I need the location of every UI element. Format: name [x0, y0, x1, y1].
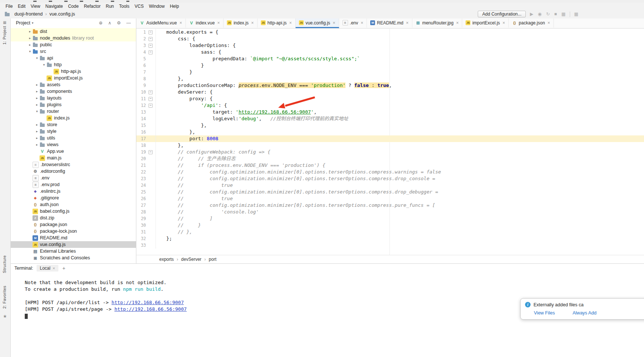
chevron-down-icon[interactable]: ▾	[41, 63, 47, 67]
code-line-17[interactable]: 17 port: 8008	[136, 135, 644, 142]
tool-button-project[interactable]: 1: Project	[2, 26, 7, 44]
tree-item-style[interactable]: ▸style	[11, 128, 136, 135]
code-line-1[interactable]: 1−module.exports = {	[136, 29, 644, 36]
chevron-down-icon[interactable]: ▾	[34, 56, 40, 60]
chevron-down-icon[interactable]: ▾	[27, 50, 33, 53]
fold-icon[interactable]: −	[146, 89, 155, 95]
tree-item-dist-zip[interactable]: Zdist.zip	[11, 215, 136, 221]
chevron-right-icon[interactable]: ▸	[34, 90, 40, 93]
run-icon[interactable]: ▶	[530, 11, 533, 17]
chevron-right-icon[interactable]: ▸	[27, 36, 33, 40]
fold-icon[interactable]: −	[146, 149, 155, 155]
fold-icon[interactable]: −	[146, 49, 155, 55]
terminal-tab-local[interactable]: Local ×	[37, 265, 58, 272]
code-line-19[interactable]: 19− // configureWebpack: config => {	[136, 149, 644, 155]
code-line-16[interactable]: 16 },	[136, 129, 644, 135]
chevron-down-icon[interactable]: ▾	[32, 21, 34, 25]
terminal-link[interactable]: http://192.168.66.56:9007	[112, 300, 184, 305]
tree-item-assets[interactable]: ▸assets	[11, 81, 136, 88]
notification-link-always-add[interactable]: Always Add	[573, 310, 597, 316]
code-line-4[interactable]: 4− sass: {	[136, 49, 644, 55]
code-line-33[interactable]: 33	[136, 242, 644, 249]
tree-item-env[interactable]: ≡.env	[11, 175, 136, 181]
tree-item-dist[interactable]: ▸dist	[11, 28, 136, 35]
menu-item-refactor[interactable]: Refactor	[81, 3, 103, 9]
chevron-right-icon[interactable]: ▸	[34, 103, 40, 107]
tool-button-structure[interactable]: Structure	[2, 255, 7, 273]
tab-index-vue[interactable]: Vindex.vue×	[186, 18, 224, 28]
code-line-31[interactable]: 31 // },	[136, 229, 644, 235]
code-line-12[interactable]: 12− '/api': {	[136, 102, 644, 109]
add-configuration-button[interactable]: Add Configuration...	[478, 11, 526, 17]
chevron-right-icon[interactable]: ▸	[34, 96, 40, 100]
tab-importexcel-js[interactable]: JSimportExcel.js×	[462, 18, 509, 28]
code-line-23[interactable]: 23 // config.optimization.minimizer[0].o…	[136, 175, 644, 182]
menu-item-navigate[interactable]: Navigate	[43, 3, 65, 9]
code-line-27[interactable]: 27 // config.optimization.minimizer[0].o…	[136, 202, 644, 209]
tree-item-utils[interactable]: ▸utils	[11, 135, 136, 141]
tree-item-plugins[interactable]: ▸plugins	[11, 101, 136, 108]
chevron-right-icon[interactable]: ▸	[34, 136, 40, 140]
tree-item-node-modules[interactable]: ▸node_moduleslibrary root	[11, 35, 136, 41]
close-icon[interactable]: ×	[289, 20, 292, 26]
tree-item-package-lock-json[interactable]: {}package-lock.json	[11, 228, 136, 235]
tree-item-router[interactable]: ▾router	[11, 108, 136, 115]
code-line-25[interactable]: 25 // config.optimization.minimizer[0].o…	[136, 189, 644, 195]
locate-icon[interactable]: ⊕	[99, 20, 102, 26]
close-icon[interactable]: ×	[180, 20, 182, 26]
code-line-13[interactable]: 13 target: 'http://192.168.66.56:9007',	[136, 109, 644, 115]
code-line-26[interactable]: 26 // true	[136, 195, 644, 202]
code-line-29[interactable]: 29 // ]	[136, 215, 644, 222]
tab-readme-md[interactable]: MREADME.md×	[367, 18, 412, 28]
new-terminal-button[interactable]: +	[62, 265, 65, 271]
tree-item-external-libraries[interactable]: ▤External Libraries	[11, 248, 136, 255]
fold-icon[interactable]: −	[146, 36, 155, 42]
grid-icon[interactable]: ▦	[561, 11, 565, 17]
tree-item-layouts[interactable]: ▸layouts	[11, 95, 136, 101]
close-icon[interactable]: ×	[502, 20, 505, 26]
refresh-icon[interactable]: ↻	[546, 11, 550, 17]
terminal-link[interactable]: http://192.168.66.56:9007	[115, 306, 187, 312]
code-line-14[interactable]: 14 logLevel:'debug', //控制台终端打印代理前的真实地址	[136, 115, 644, 122]
tree-item-babel-config-js[interactable]: JSbabel.config.js	[11, 208, 136, 215]
breadcrumb-file[interactable]: vue.config.js	[50, 11, 75, 17]
code-line-18[interactable]: 18 },	[136, 142, 644, 149]
code-line-28[interactable]: 28 // 'console.log'	[136, 209, 644, 215]
tree-item-eslintrc-js[interactable]: ◆.eslintrc.js	[11, 188, 136, 195]
close-icon[interactable]: ×	[406, 20, 409, 26]
code-line-32[interactable]: 32};	[136, 235, 644, 242]
chevron-right-icon[interactable]: ▸	[34, 129, 40, 133]
tree-item-views[interactable]: ▸views	[11, 141, 136, 148]
fold-icon[interactable]: −	[146, 42, 155, 49]
code-line-3[interactable]: 3− loaderOptions: {	[136, 42, 644, 49]
hide-icon[interactable]: —	[126, 20, 131, 26]
menu-item-view[interactable]: View	[28, 3, 43, 9]
tree-item-public[interactable]: ▸public	[11, 41, 136, 48]
tree-item-http[interactable]: ▾http	[11, 61, 136, 68]
code-line-9[interactable]: 9 productionSourceMap: process.env.NODE_…	[136, 82, 644, 89]
menu-item-tools[interactable]: Tools	[116, 3, 132, 9]
tree-item-env-prod[interactable]: ≡.env.prod	[11, 181, 136, 188]
tree-item-editorconfig[interactable]: ⚙.editorconfig	[11, 168, 136, 175]
tree-item-scratches-and-consoles[interactable]: ▣Scratches and Consoles	[11, 255, 136, 261]
tree-item-app-vue[interactable]: VApp.vue	[11, 148, 136, 155]
tab-package-json[interactable]: {}package.json×	[509, 18, 554, 28]
code-line-15[interactable]: 15 },	[136, 122, 644, 129]
menu-item-code[interactable]: Code	[65, 3, 81, 9]
tab-env[interactable]: ≡.env×	[339, 18, 367, 28]
tree-item-store[interactable]: ▸store	[11, 121, 136, 128]
menu-item-run[interactable]: Run	[103, 3, 116, 9]
menu-item-window[interactable]: Window	[146, 3, 167, 9]
tree-item-src[interactable]: ▾src	[11, 48, 136, 55]
tab-menurouter-jpg[interactable]: ▨menuRouter.jpg×	[412, 18, 463, 28]
menu-item-edit[interactable]: Edit	[15, 3, 28, 9]
tree-item-api[interactable]: ▾api	[11, 55, 136, 61]
settings-icon[interactable]: ⚙	[117, 20, 121, 26]
code-line-10[interactable]: 10− devServer: {	[136, 89, 644, 95]
breadcrumb-port[interactable]: port	[209, 257, 217, 262]
close-icon[interactable]: ×	[217, 20, 220, 26]
menu-item-vcs[interactable]: VCS	[132, 3, 146, 9]
project-view-selector[interactable]: Project	[16, 20, 30, 26]
stop-icon[interactable]: ■	[554, 11, 557, 17]
breadcrumb-devserver[interactable]: devServer	[181, 257, 201, 262]
